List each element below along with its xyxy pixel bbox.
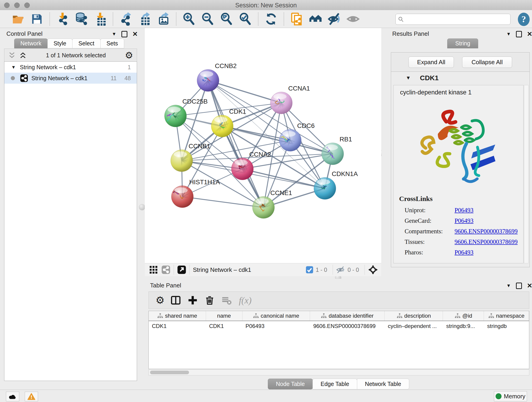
tab-string[interactable]: String <box>447 38 478 48</box>
gene-name: CDK1 <box>420 74 439 82</box>
gene-collapse-icon[interactable]: ▼ <box>406 75 411 81</box>
import-table-icon[interactable] <box>94 12 107 26</box>
tab-node-table[interactable]: Node Table <box>268 379 313 389</box>
network-collection-row[interactable]: ▼ String Network – cdk1 1 <box>4 62 137 73</box>
network-canvas[interactable]: CCNB2 CCNA1 CDC25B CDK1 CDC6 RB1 CCNB1 C… <box>145 28 381 263</box>
network-item-row[interactable]: String Network – cdk1 11 48 <box>4 73 137 84</box>
expand-all-networks-icon[interactable] <box>8 51 16 59</box>
save-session-icon[interactable] <box>30 12 44 26</box>
zoom-selected-icon[interactable] <box>239 12 252 26</box>
node-CDC6[interactable]: CDC6 <box>279 122 315 151</box>
network-options-gear-icon[interactable]: ⚙ <box>125 51 133 60</box>
column-header-canonical-name[interactable]: canonical name <box>242 311 310 321</box>
tab-sets[interactable]: Sets <box>100 38 124 48</box>
edge-HIST1H1A-CCNE1[interactable] <box>182 197 264 207</box>
refresh-icon[interactable] <box>264 12 278 26</box>
edge-CCNB2-CCNA1[interactable] <box>208 80 281 103</box>
cell-2[interactable]: P06493 <box>242 321 310 331</box>
table-hscrollbar-thumb[interactable] <box>150 370 189 374</box>
table-panel-close-icon[interactable]: ✕ <box>527 282 532 289</box>
results-panel-menu-icon[interactable]: ▼ <box>506 32 511 37</box>
column-header--id[interactable]: @id <box>443 311 484 321</box>
node-CDKN1A[interactable]: CDKN1A <box>314 170 358 199</box>
node-CCNE1[interactable]: CCNE1 <box>253 189 292 218</box>
cell-4[interactable]: cyclin–dependent ... <box>385 321 443 331</box>
zoom-in-icon[interactable] <box>182 12 196 26</box>
clone-network-icon[interactable] <box>290 12 303 26</box>
results-panel-close-icon[interactable]: ✕ <box>527 30 532 38</box>
node-RB1[interactable]: RB1 <box>322 136 352 165</box>
hide-selected-icon[interactable] <box>328 12 341 26</box>
collection-collapse-icon[interactable]: ▼ <box>11 65 16 70</box>
open-session-icon[interactable] <box>12 12 25 26</box>
collapse-all-networks-icon[interactable] <box>19 51 27 59</box>
grid-view-icon[interactable] <box>149 265 158 274</box>
tab-edge-table[interactable]: Edge Table <box>312 379 357 389</box>
cloud-button[interactable] <box>6 392 19 401</box>
network-view-title: String Network – cdk1 <box>193 266 251 274</box>
gene-section-header[interactable]: ▼ CDK1 <box>391 72 530 84</box>
results-scrollbar[interactable] <box>524 85 529 263</box>
table-row[interactable]: CDK1CDK1P064939606.ENSP00000378699cyclin… <box>149 321 529 331</box>
show-all-icon[interactable] <box>346 12 360 26</box>
import-network-icon[interactable] <box>56 12 69 26</box>
cell-5[interactable]: stringdb:9... <box>443 321 484 331</box>
import-database-icon[interactable] <box>75 12 88 26</box>
export-network-icon[interactable] <box>119 12 133 26</box>
column-header-name[interactable]: name <box>206 311 242 321</box>
crosslink-value-link[interactable]: P06493 <box>455 247 474 258</box>
left-splitter-handle[interactable] <box>139 204 145 211</box>
table-panel-menu-icon[interactable]: ▼ <box>506 283 511 288</box>
node-HIST1H1A[interactable]: HIST1H1A <box>171 179 220 208</box>
expand-all-button[interactable]: Expand All <box>409 57 454 68</box>
tab-select[interactable]: Select <box>72 38 100 48</box>
network-badge-gray-icon[interactable] <box>161 265 171 274</box>
crosslink-value-link[interactable]: 9606.ENSP00000378699 <box>455 236 518 247</box>
node-CCNA1[interactable]: CCNA1 <box>270 85 310 114</box>
edge-CCNB2-CCNE1[interactable] <box>208 80 264 207</box>
warning-button[interactable] <box>25 392 38 401</box>
column-header-description[interactable]: description <box>385 311 443 321</box>
cell-3[interactable]: 9606.ENSP00000378699 <box>310 321 385 331</box>
tab-style[interactable]: Style <box>47 38 73 48</box>
tab-network[interactable]: Network <box>14 38 48 48</box>
tab-network-table[interactable]: Network Table <box>357 379 409 389</box>
add-column-icon[interactable] <box>187 295 198 306</box>
help-button[interactable]: ? <box>517 12 530 26</box>
export-table-icon[interactable] <box>138 12 151 26</box>
crosslink-value-link[interactable]: P06493 <box>455 216 474 226</box>
cell-1[interactable]: CDK1 <box>206 321 242 331</box>
cell-0[interactable]: CDK1 <box>149 321 206 331</box>
houses-icon[interactable] <box>309 12 322 26</box>
column-header-database-identifier[interactable]: database identifier <box>310 311 385 321</box>
detach-view-icon[interactable] <box>177 265 186 274</box>
column-header-shared-name[interactable]: shared name <box>149 311 206 321</box>
control-panel-menu-icon[interactable]: ▼ <box>112 32 116 37</box>
node-table[interactable]: shared namenamecanonical namedatabase id… <box>148 311 529 369</box>
column-header-namespace[interactable]: namespace <box>484 311 529 321</box>
node-CDK1[interactable]: CDK1 <box>211 108 246 137</box>
table-hscrollbar[interactable] <box>148 370 529 375</box>
zoom-out-icon[interactable] <box>201 12 215 26</box>
table-settings-gear-icon[interactable]: ⚙ <box>156 295 165 305</box>
birds-eye-icon[interactable] <box>368 265 378 275</box>
show-columns-icon[interactable] <box>171 295 181 306</box>
crosslink-value-link[interactable]: P06493 <box>455 205 474 216</box>
export-image-icon[interactable] <box>157 12 170 26</box>
zoom-fit-icon[interactable] <box>220 12 233 26</box>
search-box[interactable] <box>395 14 510 25</box>
node-CDC25B[interactable]: CDC25B <box>165 98 208 127</box>
results-actions: Expand All Collapse All <box>391 52 530 72</box>
crosslink-value-link[interactable]: 9606.ENSP00000378699 <box>455 226 518 236</box>
results-panel-float-icon[interactable] <box>516 31 522 37</box>
collapse-all-button[interactable]: Collapse All <box>462 57 512 68</box>
selected-checkbox-icon[interactable] <box>306 266 313 274</box>
control-panel-close-icon[interactable]: ✕ <box>133 30 138 38</box>
cell-6[interactable]: stringdb <box>484 321 529 331</box>
crosslink-row: GeneCard: P06493 <box>405 216 519 226</box>
table-panel-float-icon[interactable] <box>516 283 522 289</box>
delete-column-icon[interactable] <box>204 295 215 306</box>
memory-button[interactable]: Memory <box>494 391 527 401</box>
control-panel-float-icon[interactable] <box>121 31 127 37</box>
search-input[interactable] <box>406 16 510 23</box>
